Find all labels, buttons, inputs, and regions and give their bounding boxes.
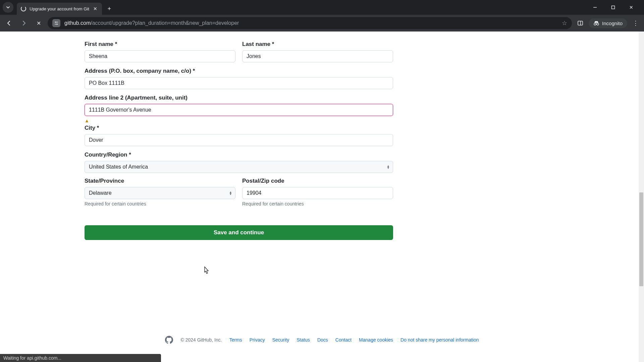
city-field[interactable] — [85, 134, 393, 146]
tab-search-dropdown[interactable] — [3, 2, 13, 13]
bookmark-star-icon[interactable]: ☆ — [562, 19, 567, 27]
postal-field[interactable] — [242, 187, 393, 199]
incognito-icon — [593, 21, 599, 25]
close-window-button[interactable]: ✕ — [624, 2, 639, 13]
mouse-cursor-icon — [203, 266, 209, 275]
browser-tab[interactable]: Upgrade your account from Git ✕ — [17, 3, 102, 15]
forward-button[interactable] — [18, 17, 30, 29]
footer-link-terms[interactable]: Terms — [229, 337, 242, 343]
minimize-window-button[interactable] — [588, 2, 602, 13]
back-button[interactable] — [3, 17, 15, 29]
copyright-text: © 2024 GitHub, Inc. — [180, 337, 222, 343]
address2-label: Address line 2 (Apartment, suite, unit) — [85, 95, 393, 101]
url-text: github.com/account/upgrade?plan_duration… — [64, 20, 239, 26]
new-tab-button[interactable]: + — [105, 4, 114, 13]
svg-point-4 — [55, 22, 56, 23]
first-name-field[interactable] — [85, 50, 235, 62]
maximize-window-button[interactable] — [606, 2, 621, 13]
postal-hint: Required for certain countries — [242, 201, 393, 206]
close-tab-icon[interactable]: ✕ — [93, 6, 98, 11]
svg-rect-1 — [612, 6, 615, 9]
last-name-field[interactable] — [242, 50, 393, 62]
warning-icon: ▲ — [85, 118, 393, 123]
country-select[interactable] — [85, 161, 393, 173]
scrollbar-track[interactable] — [639, 32, 644, 362]
first-name-label: First name * — [85, 41, 235, 48]
save-continue-button[interactable]: Save and continue — [85, 225, 393, 240]
footer-link-dns[interactable]: Do not share my personal information — [400, 337, 479, 343]
svg-point-9 — [597, 23, 599, 25]
browser-status-bar: Waiting for api.github.com... — [0, 354, 161, 362]
last-name-label: Last name * — [242, 41, 393, 48]
country-label: Country/Region * — [85, 152, 393, 158]
svg-point-5 — [57, 24, 58, 25]
footer-link-contact[interactable]: Contact — [335, 337, 352, 343]
address1-field[interactable] — [85, 77, 393, 89]
loading-spinner-icon — [21, 6, 26, 11]
side-panel-icon[interactable] — [575, 18, 585, 28]
site-settings-icon[interactable] — [52, 19, 60, 27]
stop-reload-button[interactable]: ✕ — [33, 17, 44, 29]
footer-link-docs[interactable]: Docs — [317, 337, 328, 343]
incognito-label: Incognito — [602, 20, 623, 26]
state-select[interactable] — [85, 187, 235, 199]
state-label: State/Province — [85, 178, 235, 184]
address1-label: Address (P.O. box, company name, c/o) * — [85, 68, 393, 74]
svg-rect-6 — [578, 21, 583, 25]
browser-menu-button[interactable]: ⋮ — [631, 18, 641, 28]
page-footer: © 2024 GitHub, Inc. Terms Privacy Securi… — [0, 336, 644, 344]
footer-link-status[interactable]: Status — [297, 337, 310, 343]
footer-link-privacy[interactable]: Privacy — [250, 337, 265, 343]
address2-field[interactable] — [85, 104, 393, 116]
state-hint: Required for certain countries — [85, 201, 235, 206]
address-bar[interactable]: github.com/account/upgrade?plan_duration… — [48, 17, 572, 29]
svg-point-8 — [594, 23, 596, 25]
tab-title: Upgrade your account from Git — [30, 6, 89, 11]
github-logo-icon — [165, 336, 173, 344]
footer-link-cookies[interactable]: Manage cookies — [359, 337, 393, 343]
footer-link-security[interactable]: Security — [272, 337, 289, 343]
postal-label: Postal/Zip code — [242, 178, 393, 184]
city-label: City * — [85, 125, 393, 131]
scrollbar-thumb[interactable] — [639, 192, 643, 286]
incognito-chip[interactable]: Incognito — [589, 18, 627, 28]
